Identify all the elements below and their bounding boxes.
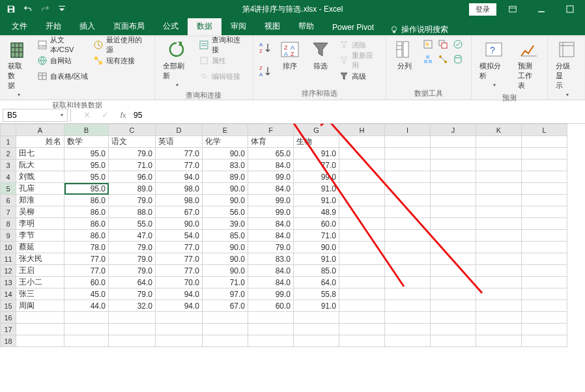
relationships-button[interactable] bbox=[436, 53, 449, 66]
cell-A3[interactable]: 阮大 bbox=[16, 160, 64, 171]
cell-B16[interactable] bbox=[64, 312, 109, 324]
cell-A4[interactable]: 刘戬 bbox=[16, 171, 64, 183]
from-text-csv-button[interactable]: csv从文本/CSV bbox=[36, 38, 89, 52]
cell-I4[interactable] bbox=[385, 171, 431, 183]
tab-file[interactable]: 文件 bbox=[3, 18, 36, 35]
cell-D7[interactable]: 67.0 bbox=[156, 206, 203, 218]
cell-B11[interactable]: 77.0 bbox=[64, 253, 109, 265]
cell-D14[interactable]: 94.0 bbox=[156, 288, 203, 300]
cell-D9[interactable]: 54.0 bbox=[156, 230, 203, 242]
cell-J10[interactable] bbox=[431, 242, 476, 253]
flash-fill-button[interactable] bbox=[421, 38, 435, 51]
cell-K3[interactable] bbox=[476, 160, 522, 171]
cell-E14[interactable]: 97.0 bbox=[203, 288, 248, 300]
cell-A13[interactable]: 王小二 bbox=[16, 277, 64, 288]
col-header-K[interactable]: K bbox=[476, 124, 522, 136]
data-model-button[interactable] bbox=[451, 53, 464, 66]
cell-K13[interactable] bbox=[476, 277, 522, 288]
cell-F8[interactable]: 84.0 bbox=[248, 218, 294, 230]
login-button[interactable]: 登录 bbox=[469, 3, 496, 16]
sort-asc-button[interactable]: AZ bbox=[257, 39, 273, 57]
cell-I16[interactable] bbox=[385, 312, 431, 324]
cell-I6[interactable] bbox=[385, 195, 431, 206]
cell-I13[interactable] bbox=[385, 277, 431, 288]
cell-J16[interactable] bbox=[431, 312, 476, 324]
cell-K12[interactable] bbox=[476, 265, 522, 277]
cell-H1[interactable] bbox=[339, 136, 385, 148]
cell-I5[interactable] bbox=[385, 183, 431, 195]
cell-B12[interactable]: 77.0 bbox=[64, 265, 109, 277]
cell-E12[interactable]: 90.0 bbox=[203, 265, 248, 277]
cell-H6[interactable] bbox=[339, 195, 385, 206]
cell-D5[interactable]: 98.0 bbox=[156, 183, 203, 195]
tab-powerpivot[interactable]: Power Pivot bbox=[323, 20, 383, 35]
cell-L12[interactable] bbox=[522, 265, 567, 277]
cell-L10[interactable] bbox=[522, 242, 567, 253]
cell-L5[interactable] bbox=[522, 183, 567, 195]
tab-data[interactable]: 数据 bbox=[188, 18, 221, 35]
col-header-J[interactable]: J bbox=[431, 124, 476, 136]
cell-A5[interactable]: 孔庙 bbox=[16, 183, 64, 195]
recent-sources-button[interactable]: 最近使用的源 bbox=[92, 38, 150, 52]
cell-K14[interactable] bbox=[476, 288, 522, 300]
col-header-G[interactable]: G bbox=[294, 124, 339, 136]
cell-I2[interactable] bbox=[385, 148, 431, 160]
cell-C7[interactable]: 88.0 bbox=[109, 206, 156, 218]
cell-F4[interactable]: 99.0 bbox=[248, 171, 294, 183]
cell-E17[interactable] bbox=[203, 324, 248, 335]
cell-D8[interactable]: 90.0 bbox=[156, 218, 203, 230]
maximize-icon[interactable] bbox=[558, 0, 582, 18]
minimize-icon[interactable] bbox=[529, 0, 554, 18]
cell-C18[interactable] bbox=[109, 335, 156, 347]
cell-B4[interactable]: 95.0 bbox=[64, 171, 109, 183]
cell-A8[interactable]: 李明 bbox=[16, 218, 64, 230]
cell-C16[interactable] bbox=[109, 312, 156, 324]
cell-K9[interactable] bbox=[476, 230, 522, 242]
row-header-3[interactable]: 3 bbox=[1, 160, 16, 171]
cell-H11[interactable] bbox=[339, 253, 385, 265]
cell-A11[interactable]: 张大民 bbox=[16, 253, 64, 265]
remove-duplicates-button[interactable] bbox=[436, 38, 449, 51]
whatif-button[interactable]: ? 模拟分析▾ bbox=[476, 38, 512, 89]
col-header-E[interactable]: E bbox=[203, 124, 248, 136]
cell-H17[interactable] bbox=[339, 324, 385, 335]
cell-J3[interactable] bbox=[431, 160, 476, 171]
cell-H2[interactable] bbox=[339, 148, 385, 160]
cell-F18[interactable] bbox=[248, 335, 294, 347]
cell-G10[interactable]: 90.0 bbox=[294, 242, 339, 253]
cell-J18[interactable] bbox=[431, 335, 476, 347]
cell-H10[interactable] bbox=[339, 242, 385, 253]
cell-C4[interactable]: 96.0 bbox=[109, 171, 156, 183]
cell-K4[interactable] bbox=[476, 171, 522, 183]
cell-D18[interactable] bbox=[156, 335, 203, 347]
cell-H9[interactable] bbox=[339, 230, 385, 242]
cell-J17[interactable] bbox=[431, 324, 476, 335]
from-web-button[interactable]: 自网站 bbox=[36, 53, 89, 68]
cell-L7[interactable] bbox=[522, 206, 567, 218]
cell-G18[interactable] bbox=[294, 335, 339, 347]
cell-D17[interactable] bbox=[156, 324, 203, 335]
col-header-B[interactable]: B bbox=[64, 124, 109, 136]
cell-E4[interactable]: 89.0 bbox=[203, 171, 248, 183]
undo-icon[interactable] bbox=[21, 2, 35, 16]
cell-K5[interactable] bbox=[476, 183, 522, 195]
cell-A6[interactable]: 郑淮 bbox=[16, 195, 64, 206]
qat-customize-icon[interactable] bbox=[55, 2, 69, 16]
cell-G9[interactable]: 71.0 bbox=[294, 230, 339, 242]
worksheet[interactable]: ABCDEFGHIJKL1姓名数学语文英语化学体育生物2田七95.079.077… bbox=[0, 124, 585, 347]
cell-J5[interactable] bbox=[431, 183, 476, 195]
col-header-H[interactable]: H bbox=[339, 124, 385, 136]
cell-A18[interactable] bbox=[16, 335, 64, 347]
cell-B2[interactable]: 95.0 bbox=[64, 148, 109, 160]
cell-L15[interactable] bbox=[522, 300, 567, 312]
cell-J9[interactable] bbox=[431, 230, 476, 242]
col-header-A[interactable]: A bbox=[16, 124, 64, 136]
data-validation-button[interactable] bbox=[451, 38, 464, 51]
cell-L4[interactable] bbox=[522, 171, 567, 183]
cell-J12[interactable] bbox=[431, 265, 476, 277]
cell-I12[interactable] bbox=[385, 265, 431, 277]
cell-D15[interactable]: 94.0 bbox=[156, 300, 203, 312]
cell-J14[interactable] bbox=[431, 288, 476, 300]
cell-B15[interactable]: 44.0 bbox=[64, 300, 109, 312]
cell-B18[interactable] bbox=[64, 335, 109, 347]
